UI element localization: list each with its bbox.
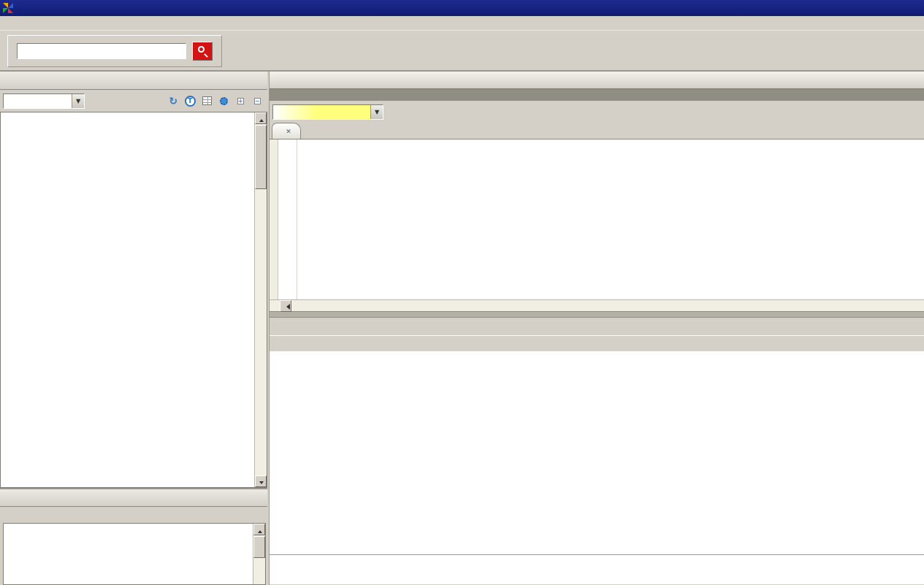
editor-tabbar — [270, 72, 924, 89]
scroll-up-icon[interactable] — [253, 524, 265, 535]
navigator-tabbar — [0, 72, 267, 90]
sql-editor[interactable] — [270, 139, 924, 299]
settings-gear-icon[interactable] — [216, 93, 231, 108]
result-toolbar — [270, 335, 924, 351]
site-search-button[interactable] — [192, 42, 213, 61]
query-messages — [270, 554, 924, 584]
splitter-handle[interactable] — [270, 311, 924, 318]
site-search-group — [7, 35, 222, 67]
tree-filter-row: ▼ ↻ T + − — [0, 90, 267, 112]
table-list-icon[interactable] — [199, 93, 214, 108]
navigator-panel: ▼ ↻ T + − — [0, 72, 267, 585]
connection-value — [273, 105, 370, 119]
tree-filter-value — [4, 94, 72, 108]
connection-combo[interactable]: ▼ — [272, 104, 383, 120]
table-view-caption — [0, 507, 267, 521]
expand-all-icon[interactable]: + — [233, 93, 248, 108]
quick-view-icon[interactable]: T — [183, 93, 197, 108]
tree-filter-combo[interactable]: ▼ — [3, 93, 85, 109]
tree-scrollbar[interactable] — [254, 112, 267, 487]
editor-hscrollbar[interactable] — [270, 299, 924, 311]
autocommit-bar — [270, 89, 924, 101]
result-grid — [270, 351, 924, 554]
sql-code[interactable] — [297, 139, 924, 299]
menu-bar — [0, 16, 924, 31]
table-detail-panel — [0, 488, 267, 585]
chevron-down-icon[interactable]: ▼ — [370, 105, 383, 119]
title-bar — [0, 0, 924, 16]
line-numbers — [278, 139, 297, 299]
sql-editor-tab[interactable]: ✕ — [272, 123, 301, 139]
close-icon[interactable]: ✕ — [284, 127, 293, 136]
refresh-tree-icon[interactable]: ↻ — [166, 93, 180, 108]
site-search-input[interactable] — [17, 43, 186, 59]
search-icon — [198, 46, 205, 53]
query-toolbar: ▼ — [270, 101, 924, 123]
collapse-all-icon[interactable]: − — [250, 93, 264, 108]
main-toolbar — [0, 31, 924, 72]
result-tabbar — [270, 318, 924, 335]
column-table — [3, 523, 266, 585]
annotation-ruler — [270, 139, 278, 299]
scroll-left-icon[interactable] — [280, 300, 291, 312]
scroll-up-icon[interactable] — [255, 112, 267, 124]
sql-editor-tabbar: ✕ — [270, 123, 924, 139]
scroll-down-icon[interactable] — [255, 475, 267, 487]
chevron-down-icon[interactable]: ▼ — [72, 94, 84, 108]
cubrid-manager-window: ▼ ↻ T + − — [0, 0, 924, 585]
host-tree — [0, 112, 267, 488]
cubrid-logo-icon — [3, 3, 13, 13]
editor-area: ▼ ✕ — [269, 72, 924, 585]
detail-scrollbar[interactable] — [253, 524, 265, 584]
detail-tabbar — [0, 489, 267, 507]
